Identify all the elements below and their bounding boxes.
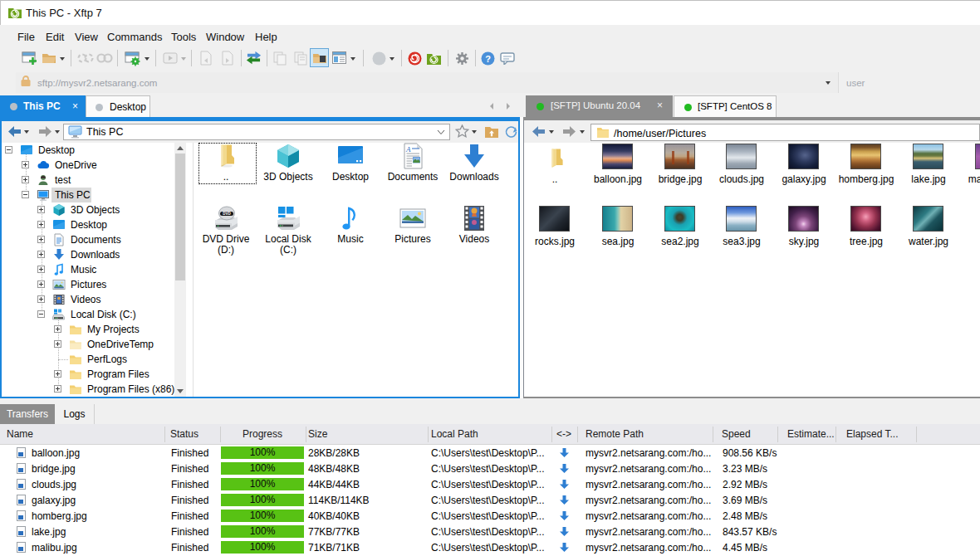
svg-text:A: A [405, 145, 411, 154]
svg-text:DVD: DVD [223, 212, 231, 216]
svg-text:?: ? [485, 54, 491, 64]
